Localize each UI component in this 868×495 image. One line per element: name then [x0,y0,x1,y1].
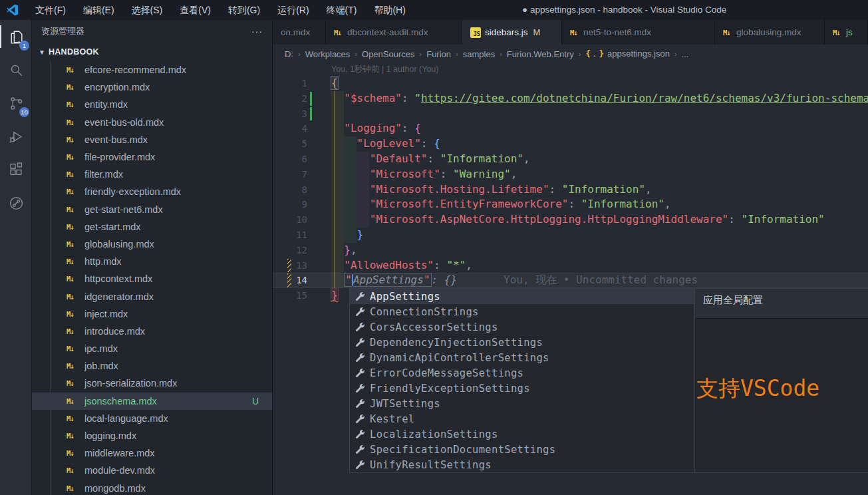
menu-item[interactable]: 选择(S) [123,0,172,20]
breadcrumb-label: OpenSources [362,49,415,59]
code-line-6[interactable]: 6 "Default": "Information", [273,152,868,167]
code-line-12[interactable]: 12 }, [273,243,868,258]
code-line-3[interactable]: 3 [273,106,868,122]
suggest-item-ErrorCodeMessageSettings[interactable]: ErrorCodeMessageSettings [350,365,694,381]
code-line-8[interactable]: 8 "Microsoft.Hosting.Lifetime": "Informa… [273,182,868,198]
activitybar-item-search[interactable] [0,53,32,86]
file-item-job.mdx[interactable]: M↓job.mdx [32,357,272,375]
breadcrumb-item-...[interactable]: ... [682,49,689,59]
suggest-item-AppSettings[interactable]: AppSettings [350,289,694,304]
mdx-file-icon: M↓ [67,66,81,74]
breadcrumb-label: Furion [426,49,451,59]
breadcrumb-item-Furion.Web.Entry[interactable]: Furion.Web.Entry [507,49,574,59]
file-item-logging.mdx[interactable]: M↓logging.mdx [32,427,272,444]
chevron-down-icon: ▼ [39,49,45,56]
file-item-friendly-exception.mdx[interactable]: M↓friendly-exception.mdx [32,183,272,200]
file-item-http.mdx[interactable]: M↓http.mdx [32,253,272,270]
file-item-inject.mdx[interactable]: M↓inject.mdx [32,305,272,323]
code-token [331,92,344,104]
tab-globalusing.mdx[interactable]: M↓globalusing.mdx [715,20,825,45]
suggest-item-SpecificationDocumentSettings[interactable]: SpecificationDocumentSettings [350,442,694,457]
tab-js[interactable]: M↓js [825,20,868,45]
file-item-efcore-recommend.mdx[interactable]: M↓efcore-recommend.mdx [32,61,272,79]
mdx-file-icon: M↓ [67,362,81,370]
menu-item[interactable]: 转到(G) [219,0,269,20]
file-name: module-dev.mdx [84,465,155,476]
sidebar-title: 资源管理器 [41,25,84,37]
line-number: 2 [273,91,307,106]
code-line-7[interactable]: 7 "Microsoft": "Warning", [273,167,868,182]
code-text: "Microsoft.Hosting.Lifetime": "Informati… [331,182,652,198]
code-line-5[interactable]: 5 "LogLevel": { [273,136,868,152]
code-line-11[interactable]: 11 } [273,228,868,243]
code-token [331,137,357,150]
file-item-filter.mdx[interactable]: M↓filter.mdx [32,166,272,183]
file-item-local-language.mdx[interactable]: M↓local-language.mdx [32,410,272,427]
file-item-module-dev.mdx[interactable]: M↓module-dev.mdx [32,462,272,479]
line-number: 13 [273,258,307,273]
file-item-ipc.mdx[interactable]: M↓ipc.mdx [32,340,272,357]
code-line-4[interactable]: 4 "Logging": { [273,121,868,136]
activitybar-item-source-control[interactable]: 10 [0,86,32,120]
file-item-file-provider.mdx[interactable]: M↓file-provider.mdx [32,148,272,166]
code-line-13[interactable]: 13 "AllowedHosts": "*", [273,258,868,273]
file-item-middleware.mdx[interactable]: M↓middleware.mdx [32,444,272,462]
breadcrumb-separator-icon: › [420,50,422,58]
menu-item[interactable]: 终端(T) [318,0,366,20]
file-item-globalusing.mdx[interactable]: M↓globalusing.mdx [32,236,272,253]
tab-net5-to-net6.mdx[interactable]: M↓net5-to-net6.mdx [562,20,715,45]
code-text: "AllowedHosts": "*", [331,258,472,273]
breadcrumb-item-D:[interactable]: D: [285,49,293,59]
tab-label: sidebars.js [485,27,528,37]
suggest-item-DynamicApiControllerSettings[interactable]: DynamicApiControllerSettings [350,350,694,365]
file-item-jsonschema.mdx[interactable]: M↓jsonschema.mdxU [32,393,272,410]
breadcrumb-item-OpenSources[interactable]: OpenSources [362,49,415,59]
suggest-item-JWTSettings[interactable]: JWTSettings [350,396,694,411]
code-editor[interactable]: You, 1秒钟前 | 1 author (You) 1{2 "$schema"… [273,63,868,495]
suggest-item-UnifyResultSettings[interactable]: UnifyResultSettings [350,457,694,472]
menu-item[interactable]: 编辑(E) [74,0,123,20]
sidebar-more-actions-button[interactable]: ··· [251,26,263,37]
suggest-item-Kestrel[interactable]: Kestrel [350,411,694,426]
breadcrumb-item-samples[interactable]: samples [463,49,495,59]
tab-dbcontext-audit.mdx[interactable]: M↓dbcontext-audit.mdx [326,20,462,45]
file-item-event-bus-old.mdx[interactable]: M↓event-bus-old.mdx [32,114,272,131]
file-item-entity.mdx[interactable]: M↓entity.mdx [32,96,272,113]
mdx-file-icon: M↓ [67,432,81,440]
menu-item[interactable]: 帮助(H) [365,0,414,20]
file-item-json-serialization.mdx[interactable]: M↓json-serialization.mdx [32,375,272,392]
sidebar-section-handbook[interactable]: ▼ HANDBOOK [32,43,272,61]
file-item-introduce.mdx[interactable]: M↓introduce.mdx [32,323,272,340]
code-line-1[interactable]: 1{ [273,76,868,91]
file-item-event-bus.mdx[interactable]: M↓event-bus.mdx [32,131,272,148]
breadcrumb-item-Furion[interactable]: Furion [426,49,451,59]
suggest-item-LocalizationSettings[interactable]: LocalizationSettings [350,426,694,442]
tab-on.mdx[interactable]: on.mdx [273,20,326,45]
menu-item[interactable]: 文件(F) [27,0,74,20]
file-item-encryption.mdx[interactable]: M↓encryption.mdx [32,79,272,96]
suggest-item-CorsAccessorSettings[interactable]: CorsAccessorSettings [350,319,694,335]
code-line-14[interactable]: 14 "AppSettings": {}You, 现在 • Uncommitte… [273,273,868,288]
breadcrumb-item-Workplaces[interactable]: Workplaces [305,49,351,59]
activitybar-item-extensions[interactable] [0,153,32,186]
activitybar-item-run-debug[interactable] [0,120,32,153]
file-item-get-start.mdx[interactable]: M↓get-start.mdx [32,218,272,236]
activitybar-item-explorer[interactable]: 1 [0,20,32,53]
code-line-9[interactable]: 9 "Microsoft.EntityFrameworkCore": "Info… [273,197,868,212]
tab-sidebars.js[interactable]: JSsidebars.jsM [462,20,562,45]
file-name: local-language.mdx [84,413,168,424]
code-text: "$schema": "https://gitee.com/dotnetchin… [331,91,868,106]
suggest-item-DependencyInjectionSettings[interactable]: DependencyInjectionSettings [350,335,694,350]
file-item-get-start-net6.mdx[interactable]: M↓get-start-net6.mdx [32,201,272,218]
code-line-10[interactable]: 10 "Microsoft.AspNetCore.HttpLogging.Htt… [273,212,868,228]
breadcrumb-item-appsettings.json[interactable]: {﹒}appsettings.json [585,49,670,60]
file-item-httpcontext.mdx[interactable]: M↓httpcontext.mdx [32,270,272,287]
suggest-item-FriendlyExceptionSettings[interactable]: FriendlyExceptionSettings [350,381,694,396]
code-line-2[interactable]: 2 "$schema": "https://gitee.com/dotnetch… [273,91,868,106]
suggest-item-ConnectionStrings[interactable]: ConnectionStrings [350,304,694,319]
file-item-idgenerator.mdx[interactable]: M↓idgenerator.mdx [32,287,272,305]
file-item-mongodb.mdx[interactable]: M↓mongodb.mdx [32,480,272,495]
menu-item[interactable]: 查看(V) [171,0,219,20]
activitybar-item-gitlens[interactable] [0,186,32,220]
menu-item[interactable]: 运行(R) [269,0,317,20]
